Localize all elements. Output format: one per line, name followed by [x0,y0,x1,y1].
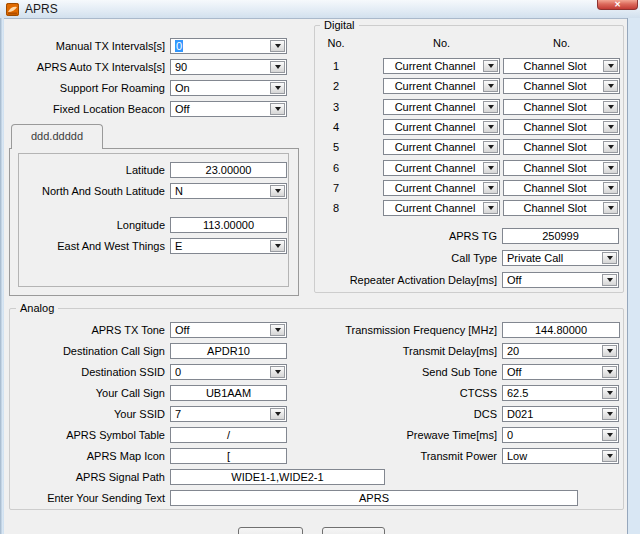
aprs-auto-tx-intervals-combobox[interactable]: 90 [170,59,287,75]
digital-row-1-channel-combobox[interactable]: Current Channel [383,58,500,74]
longitude-field[interactable]: 113.00000 [170,217,287,233]
chevron-down-icon[interactable] [483,202,498,214]
digital-row-7-slot-combobox[interactable]: Channel Slot [503,180,620,196]
tab-ddd-ddddd[interactable]: ddd.ddddd [11,124,103,149]
chevron-down-icon[interactable] [270,61,285,73]
form-row: APRS Auto TX Intervals[s] 90 [0,59,287,75]
digital-col-header-channel: No. [383,37,500,49]
form-row: Fixed Location Beacon Off [0,101,287,117]
combobox-value: Channel Slot [508,79,602,93]
digital-row-5-channel-combobox[interactable]: Current Channel [383,139,500,155]
combobox-value: Off [507,273,601,287]
chevron-down-icon[interactable] [483,162,498,174]
combobox-value: Channel Slot [508,181,602,195]
aprs-signal-path-field[interactable]: WIDE1-1,WIDE2-1 [170,469,385,485]
send-sub-tone-combobox[interactable]: Off [502,364,619,380]
combobox-value: Low [507,449,601,463]
digital-row-5-slot-combobox[interactable]: Channel Slot [503,139,620,155]
digital-row-8-channel-combobox[interactable]: Current Channel [383,200,500,216]
chevron-down-icon[interactable] [603,182,618,194]
destination-call-sign-label: Destination Call Sign [0,345,165,357]
digital-row-6-channel-combobox[interactable]: Current Channel [383,160,500,176]
combobox-value: Off [507,365,601,379]
form-row: North And South Latitude N [20,183,287,199]
ctcss-combobox[interactable]: 62.5 [502,385,619,401]
form-row: Longitude 113.00000 [20,217,287,233]
digital-row-2-slot-combobox[interactable]: Channel Slot [503,78,620,94]
digital-row-7-channel-combobox[interactable]: Current Channel [383,180,500,196]
chevron-down-icon[interactable] [602,366,617,378]
call-type-label: Call Type [330,252,497,264]
digital-col-header-no: No. [320,37,352,49]
chevron-down-icon[interactable] [483,101,498,113]
chevron-down-icon[interactable] [270,103,285,115]
repeater-activation-delay-combobox[interactable]: Off [502,272,619,288]
digital-row-4-channel-combobox[interactable]: Current Channel [383,119,500,135]
combobox-value: Channel Slot [508,140,602,154]
transmit-delay-combobox[interactable]: 20 [502,343,619,359]
chevron-down-icon[interactable] [270,82,285,94]
transmit-power-combobox[interactable]: Low [502,448,619,464]
digital-row-6-slot-combobox[interactable]: Channel Slot [503,160,620,176]
form-row: Manual TX Intervals[s] 0 [0,38,287,54]
combobox-value: Current Channel [388,59,482,73]
combobox-value: 0 [175,39,269,53]
prewave-time-combobox[interactable]: 0 [502,427,619,443]
digital-row-1-slot-combobox[interactable]: Channel Slot [503,58,620,74]
chevron-down-icon[interactable] [602,387,617,399]
manual-tx-intervals-combobox[interactable]: 0 [170,38,287,54]
title-bar[interactable]: APRS ✕ [0,0,640,19]
chevron-down-icon[interactable] [602,252,617,264]
digital-row-3-channel-combobox[interactable]: Current Channel [383,99,500,115]
window-title: APRS [25,0,58,18]
chevron-down-icon[interactable] [483,141,498,153]
digital-row-8-slot-combobox[interactable]: Channel Slot [503,200,620,216]
longitude-label: Longitude [20,219,165,231]
chevron-down-icon[interactable] [603,121,618,133]
digital-row-number: 6 [320,162,352,174]
chevron-down-icon[interactable] [602,345,617,357]
chevron-down-icon[interactable] [270,185,285,197]
chevron-down-icon[interactable] [602,408,617,420]
digital-row-4-slot-combobox[interactable]: Channel Slot [503,119,620,135]
combobox-value: Channel Slot [508,201,602,215]
chevron-down-icon[interactable] [270,240,285,252]
chevron-down-icon[interactable] [602,429,617,441]
east-west-combobox[interactable]: E [170,238,287,254]
dcs-combobox[interactable]: D021 [502,406,619,422]
form-row: Support For Roaming On [0,80,287,96]
chevron-down-icon[interactable] [603,162,618,174]
chevron-down-icon[interactable] [602,274,617,286]
close-button[interactable]: ✕ [597,0,638,10]
chevron-down-icon[interactable] [603,101,618,113]
aprs-tg-field[interactable]: 250999 [502,228,619,244]
form-row: DCS D021 [230,406,619,422]
call-type-combobox[interactable]: Private Call [502,250,619,266]
latitude-field[interactable]: 23.00000 [170,162,287,178]
chevron-down-icon[interactable] [603,80,618,92]
destination-ssid-label: Destination SSID [0,366,165,378]
chevron-down-icon[interactable] [483,60,498,72]
chevron-down-icon[interactable] [603,60,618,72]
north-south-latitude-combobox[interactable]: N [170,183,287,199]
support-for-roaming-label: Support For Roaming [0,82,165,94]
chevron-down-icon[interactable] [483,121,498,133]
close-icon: ✕ [614,1,621,9]
transmission-frequency-field[interactable]: 144.80000 [502,322,620,338]
sending-text-field[interactable]: APRS [170,490,578,506]
digital-row-2-channel-combobox[interactable]: Current Channel [383,78,500,94]
chevron-down-icon[interactable] [603,141,618,153]
chevron-down-icon[interactable] [483,182,498,194]
digital-row-3-slot-combobox[interactable]: Channel Slot [503,99,620,115]
form-row: Call Type Private Call [330,250,619,266]
bottom-button-right[interactable] [322,527,385,534]
chevron-down-icon[interactable] [602,450,617,462]
manual-tx-intervals-label: Manual TX Intervals[s] [0,40,165,52]
bottom-button-left[interactable] [238,527,303,534]
chevron-down-icon[interactable] [483,80,498,92]
chevron-down-icon[interactable] [270,40,285,52]
fixed-location-beacon-combobox[interactable]: Off [170,101,287,117]
chevron-down-icon[interactable] [603,202,618,214]
form-row: Transmit Delay[ms] 20 [230,343,619,359]
support-for-roaming-combobox[interactable]: On [170,80,287,96]
